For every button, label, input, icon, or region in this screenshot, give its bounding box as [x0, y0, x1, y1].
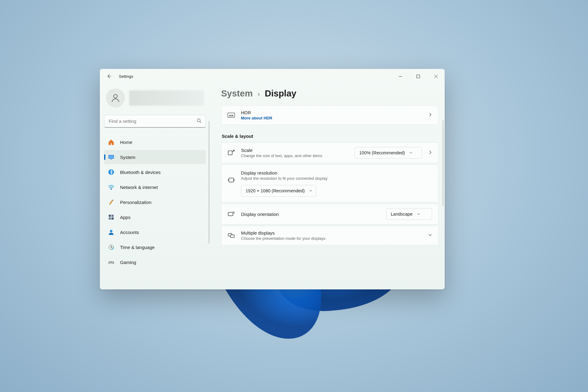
svg-rect-19 — [228, 151, 232, 155]
nav-item-gaming[interactable]: Gaming — [104, 255, 206, 269]
orientation-icon — [228, 210, 235, 218]
window-controls — [391, 69, 445, 84]
svg-point-8 — [111, 188, 112, 190]
avatar — [106, 89, 125, 107]
svg-rect-20 — [229, 178, 233, 182]
personalization-icon — [108, 199, 115, 205]
nav-label: System — [120, 155, 135, 160]
main-content: System › Display HDR HDR More about HDR … — [210, 84, 445, 289]
svg-point-16 — [112, 262, 113, 262]
search-icon — [197, 118, 202, 124]
search-input[interactable] — [104, 115, 206, 128]
scale-title: Scale — [241, 148, 349, 153]
nav-item-accounts[interactable]: Accounts — [104, 225, 206, 239]
chevron-right-icon — [428, 150, 432, 156]
settings-window: Settings — [100, 69, 445, 289]
hdr-card[interactable]: HDR HDR More about HDR — [221, 105, 439, 125]
resolution-dropdown[interactable]: 1920 × 1080 (Recommended) — [241, 185, 316, 197]
orientation-dropdown[interactable]: Landscape — [386, 208, 432, 220]
scale-dropdown[interactable]: 100% (Recommended) — [355, 147, 422, 159]
breadcrumb-parent[interactable]: System — [221, 89, 253, 99]
nav-label: Network & internet — [120, 185, 158, 190]
nav-item-personalization[interactable]: Personalization — [104, 195, 206, 209]
resolution-value: 1920 × 1080 (Recommended) — [246, 188, 305, 193]
titlebar: Settings — [100, 69, 445, 84]
svg-rect-21 — [228, 213, 233, 216]
nav-label: Accounts — [120, 230, 139, 235]
scale-sub: Change the size of text, apps, and other… — [241, 153, 349, 158]
multiple-displays-card[interactable]: Multiple displays Choose the presentatio… — [221, 226, 439, 245]
orientation-value: Landscape — [391, 212, 413, 217]
gaming-icon — [108, 259, 115, 266]
nav-item-bluetooth[interactable]: Bluetooth & devices — [104, 165, 206, 179]
sidebar: Home System Bluetooth & devices Network … — [100, 84, 210, 289]
network-icon — [108, 184, 115, 190]
resolution-title: Display resolution — [241, 170, 432, 175]
sidebar-scrollbar[interactable] — [209, 121, 209, 243]
nav-item-time-language[interactable]: Time & language — [104, 240, 206, 254]
resolution-icon — [228, 176, 235, 184]
svg-point-13 — [110, 230, 112, 232]
chevron-down-icon — [428, 233, 432, 238]
close-button[interactable] — [427, 69, 445, 84]
app-title: Settings — [119, 74, 133, 79]
nav-label: Gaming — [120, 260, 136, 265]
chevron-down-icon — [409, 150, 413, 155]
nav-label: Bluetooth & devices — [120, 170, 161, 175]
back-button[interactable] — [106, 73, 112, 79]
nav-list: Home System Bluetooth & devices Network … — [104, 135, 206, 269]
nav-label: Apps — [120, 215, 130, 220]
multiple-sub: Choose the presentation mode for your di… — [241, 236, 422, 241]
scale-icon — [228, 149, 235, 156]
svg-rect-23 — [231, 235, 234, 238]
nav-label: Home — [120, 140, 132, 145]
svg-rect-10 — [111, 215, 114, 217]
nav-item-home[interactable]: Home — [104, 135, 206, 149]
svg-point-3 — [197, 119, 200, 122]
account-name-redacted — [129, 90, 204, 106]
breadcrumb-separator-icon: › — [258, 90, 260, 98]
apps-icon — [108, 214, 115, 221]
nav-item-network[interactable]: Network & internet — [104, 180, 206, 194]
maximize-button[interactable] — [409, 69, 427, 84]
section-scale-layout: Scale & layout — [222, 134, 439, 139]
account-row[interactable] — [104, 86, 206, 115]
svg-rect-12 — [111, 217, 114, 220]
hdr-title: HDR — [241, 110, 422, 115]
svg-point-2 — [114, 94, 117, 98]
chevron-down-icon — [417, 212, 420, 217]
chevron-down-icon — [309, 188, 312, 193]
svg-rect-5 — [109, 156, 114, 158]
breadcrumb: System › Display — [221, 89, 439, 99]
system-icon — [108, 154, 115, 160]
scale-card[interactable]: Scale Change the size of text, apps, and… — [221, 142, 439, 163]
nav-item-system[interactable]: System — [104, 150, 206, 164]
nav-item-apps[interactable]: Apps — [104, 210, 206, 224]
svg-rect-11 — [109, 217, 111, 220]
orientation-title: Display orientation — [241, 212, 380, 217]
time-language-icon — [108, 244, 115, 251]
orientation-card: Display orientation Landscape — [221, 204, 439, 224]
svg-rect-9 — [109, 215, 111, 217]
resolution-card: Display resolution Adjust the resolution… — [221, 164, 439, 202]
multiple-title: Multiple displays — [241, 230, 422, 236]
home-icon — [108, 139, 115, 145]
svg-rect-6 — [110, 159, 112, 160]
svg-rect-1 — [417, 75, 420, 78]
scale-value: 100% (Recommended) — [359, 150, 405, 155]
hdr-icon: HDR — [228, 111, 235, 119]
chevron-right-icon — [428, 112, 432, 118]
nav-label: Personalization — [120, 200, 152, 205]
search-box — [104, 115, 206, 128]
bluetooth-icon — [108, 169, 115, 175]
breadcrumb-current: Display — [265, 89, 296, 99]
hdr-link[interactable]: More about HDR — [241, 116, 422, 120]
multiple-displays-icon — [228, 232, 235, 239]
accounts-icon — [108, 229, 115, 236]
minimize-button[interactable] — [391, 69, 409, 84]
nav-label: Time & language — [120, 245, 155, 250]
resolution-sub: Adjust the resolution to fit your connec… — [241, 176, 432, 181]
svg-text:HDR: HDR — [229, 115, 233, 117]
main-scrollbar[interactable] — [443, 120, 443, 206]
